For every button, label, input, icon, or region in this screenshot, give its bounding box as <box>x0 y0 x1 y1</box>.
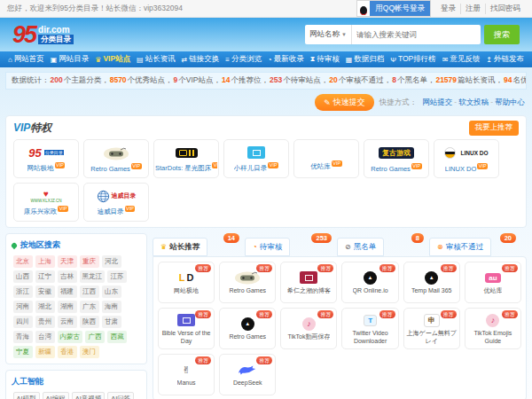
ai-chip[interactable]: AI问答 <box>107 392 134 399</box>
site-card[interactable]: 推荐▲QR Online.io <box>341 262 398 303</box>
region-chip[interactable]: 江苏 <box>107 270 127 283</box>
vip-site-card[interactable]: StarDots: 星光图床VIP <box>153 139 219 178</box>
tab-item[interactable]: ◔待审核 <box>245 238 290 256</box>
nav-item[interactable]: ▤站长资讯 <box>137 54 176 65</box>
region-chip[interactable]: 浙江 <box>13 286 33 298</box>
region-chip[interactable]: 湖南 <box>58 301 77 313</box>
region-chip[interactable]: 西藏 <box>107 331 127 343</box>
region-chip[interactable]: 山西 <box>13 270 33 283</box>
ai-chip[interactable]: AI编程 <box>43 392 69 399</box>
vip-site-card[interactable]: 迪威目录迪威目录VIP <box>83 183 149 222</box>
vip-site-card[interactable]: ♥WWW.KLXJZ.CN康乐兴家政VIP <box>13 183 79 222</box>
nav-item-label: TOP排行榜 <box>398 54 436 65</box>
account-link[interactable]: 注册 <box>460 4 485 14</box>
region-chip[interactable]: 安徽 <box>35 286 55 298</box>
nav-item[interactable]: ▣网站目录 <box>51 54 90 65</box>
clock-icon: ◔ <box>268 56 272 64</box>
region-chip[interactable]: 湖北 <box>35 301 55 313</box>
region-chip[interactable]: 青海 <box>13 331 33 343</box>
region-chip[interactable]: 内蒙古 <box>58 331 83 343</box>
site-card[interactable]: 推荐申上海ゲーム無料プレイ <box>403 308 460 349</box>
site-card-name: 网站极地 <box>174 287 199 294</box>
tab-item[interactable]: ⊘黑名单 <box>337 238 384 256</box>
site-card[interactable]: 推荐▲Retro Games <box>219 308 276 349</box>
region-chip[interactable]: 宁夏 <box>13 346 33 358</box>
region-chip[interactable]: 河南 <box>13 301 33 313</box>
site-card[interactable]: 推荐希仁之潮的博客 <box>280 262 337 303</box>
nav-item[interactable]: ΨTOP排行榜 <box>390 54 436 65</box>
tab-active[interactable]: ♛站长推荐 <box>153 238 207 256</box>
quick-submit-button[interactable]: ✎ 快速提交 <box>315 94 374 111</box>
nav-item-label: 站长资讯 <box>145 54 176 65</box>
nav-item[interactable]: ⧗待审核 <box>310 54 340 65</box>
region-chip[interactable]: 贵州 <box>35 316 55 328</box>
search-category-dropdown[interactable]: 网站名称 ▼ <box>305 25 352 44</box>
region-chip[interactable]: 香港 <box>58 346 77 358</box>
shortcut-link[interactable]: 帮助中心 <box>495 98 525 106</box>
region-chip[interactable]: 山东 <box>102 286 121 298</box>
nav-item[interactable]: ♛VIP站点 <box>95 54 130 65</box>
tab-item[interactable]: ⊗审核不通过 <box>429 238 491 256</box>
region-chip[interactable]: 广东 <box>80 301 99 313</box>
region-chip[interactable]: 陕西 <box>80 316 99 328</box>
vip-site-card[interactable]: 95分类目录网站极地VIP <box>13 139 79 178</box>
site-card[interactable]: 推荐Bible Verse of the Day <box>158 308 215 349</box>
vip-site-card[interactable]: Retro GamesVIP <box>83 139 149 178</box>
main-content: ♛站长推荐14◔待审核253⊘黑名单8⊗审核不通过20 推荐LD网站极地推荐Re… <box>153 233 527 399</box>
nav-item[interactable]: ⌂网站首页 <box>8 54 44 65</box>
box-logo: au <box>485 273 500 283</box>
region-chip[interactable]: 江西 <box>80 286 99 298</box>
account-link[interactable]: 找回密码 <box>485 4 525 14</box>
qq-login-button[interactable]: 用QQ帐号登录 <box>356 0 431 17</box>
site-card[interactable]: 推荐▲Temp Mail 365 <box>403 262 460 303</box>
search-button[interactable]: 搜索 <box>484 25 520 44</box>
site-card[interactable]: 推荐♪TikTok動画保存 <box>280 308 337 349</box>
shortcut-link[interactable]: 网站提交 <box>422 98 452 106</box>
get-recommended-button[interactable]: 我要上推荐 <box>469 121 520 136</box>
region-chip[interactable]: 河北 <box>102 255 121 268</box>
region-chip[interactable]: 福建 <box>58 286 77 298</box>
region-chip[interactable]: 吉林 <box>58 270 77 283</box>
recommend-badge: 推荐 <box>256 356 272 364</box>
region-chip[interactable]: 广西 <box>85 331 105 343</box>
shortcut-link[interactable]: 软文投稿 <box>458 98 489 106</box>
region-chip[interactable]: 甘肃 <box>102 316 121 328</box>
region-chip[interactable]: 天津 <box>58 255 77 268</box>
region-chip[interactable]: 澳门 <box>80 346 99 358</box>
site-card[interactable]: 推荐♪TikTok Emojis Guide <box>465 308 521 349</box>
region-chip[interactable]: 北京 <box>13 255 33 268</box>
search-input[interactable] <box>352 30 481 39</box>
site-card[interactable]: 推荐TTwitter Video Downloader <box>341 308 398 349</box>
site-card[interactable]: 推荐DeepSeek <box>219 354 276 395</box>
region-chip[interactable]: 上海 <box>35 255 55 268</box>
account-link[interactable]: 登录 <box>436 4 460 14</box>
vip-site-card[interactable]: 小样儿目录VIP <box>223 139 289 178</box>
region-chip[interactable]: 重庆 <box>80 255 99 268</box>
region-chip[interactable]: 海南 <box>102 301 121 313</box>
region-chip[interactable]: 四川 <box>13 316 33 328</box>
region-chip[interactable]: 云南 <box>58 316 77 328</box>
region-chip[interactable]: 辽宁 <box>35 270 55 283</box>
vip-site-card[interactable]: 优站库VIP <box>293 139 359 178</box>
nav-item[interactable]: ◔最新收录 <box>268 54 304 65</box>
uplink-icon: ↥ <box>486 56 492 64</box>
vip-site-card[interactable]: LINUX DOLINUX DOVIP <box>434 139 499 178</box>
nav-item[interactable]: ✉意见反馈 <box>442 54 481 65</box>
nav-item[interactable]: ↥外链发布 <box>486 54 524 65</box>
site-card[interactable]: 推荐LD网站极地 <box>158 262 215 303</box>
nav-item[interactable]: ≡分类浏览 <box>225 54 262 65</box>
nav-item[interactable]: ▦数据归档 <box>346 54 385 65</box>
site-card[interactable]: 推荐✌Manus <box>158 354 215 395</box>
ai-chip[interactable]: AI模型 <box>13 392 40 399</box>
ai-chip[interactable]: AI音视频 <box>72 392 106 399</box>
region-chip[interactable]: 黑龙江 <box>80 270 106 283</box>
site-card[interactable]: 推荐Retro Games <box>219 262 276 303</box>
region-chip[interactable]: 台湾 <box>35 331 55 343</box>
frame-inner-icon <box>305 275 313 281</box>
site-logo[interactable]: 95 dir.com 分类目录 <box>12 24 74 45</box>
region-chip[interactable]: 新疆 <box>35 346 55 358</box>
frame-inner-icon <box>253 150 261 156</box>
site-card[interactable]: 推荐au优站库 <box>465 262 521 303</box>
nav-item[interactable]: ⇄链接交换 <box>182 54 220 65</box>
vip-site-card[interactable]: 复古游戏Retro GamesVIP <box>364 139 429 178</box>
